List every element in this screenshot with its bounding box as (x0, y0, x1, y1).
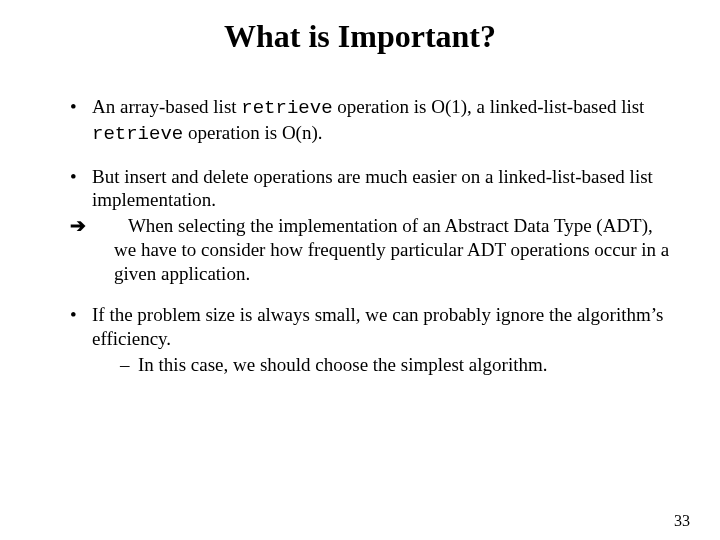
bullet-3-sublist: In this case, we should choose the simpl… (92, 353, 670, 377)
bullet-1-text-pre: An array-based list (92, 96, 241, 117)
bullet-2-arrow-line: ➔ When selecting the implementation of a… (92, 214, 670, 285)
bullet-1-text-mid: operation is O(1), a linked-list-based l… (333, 96, 645, 117)
page-number: 33 (674, 512, 690, 530)
bullet-2: But insert and delete operations are muc… (70, 165, 670, 286)
bullet-3-sub-1: In this case, we should choose the simpl… (120, 353, 670, 377)
bullet-list: An array-based list retrieve operation i… (50, 95, 670, 377)
bullet-1: An array-based list retrieve operation i… (70, 95, 670, 147)
bullet-3: If the problem size is always small, we … (70, 303, 670, 376)
slide-body: An array-based list retrieve operation i… (0, 65, 720, 377)
bullet-3-sub-1-text: In this case, we should choose the simpl… (138, 354, 547, 375)
bullet-1-text-post: operation is O(n). (183, 122, 322, 143)
bullet-2-arrow-text: When selecting the implementation of an … (114, 215, 669, 284)
arrow-icon: ➔ (92, 214, 114, 238)
bullet-3-main: If the problem size is always small, we … (92, 304, 663, 349)
bullet-1-code-2: retrieve (92, 123, 183, 145)
slide: What is Important? An array-based list r… (0, 18, 720, 540)
slide-title: What is Important? (0, 18, 720, 55)
bullet-1-code-1: retrieve (241, 97, 332, 119)
bullet-2-main: But insert and delete operations are muc… (92, 166, 653, 211)
